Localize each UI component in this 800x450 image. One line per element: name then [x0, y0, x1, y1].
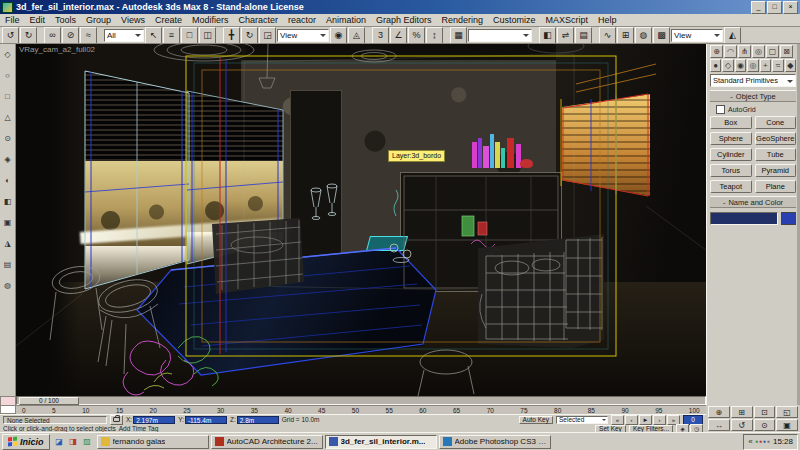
left-toolbar-button-7[interactable]: ◐ [1, 174, 14, 187]
left-toolbar-button-12[interactable]: ◍ [1, 279, 14, 292]
left-toolbar-button-2[interactable]: ○ [1, 69, 14, 82]
tray-icon-2[interactable]: ▪ [759, 438, 762, 446]
quick-render-icon[interactable]: ◭ [724, 27, 741, 44]
hierarchy-tab[interactable]: ⋔ [738, 45, 751, 58]
lock-selection-icon[interactable] [110, 415, 123, 425]
time-slider-handle[interactable]: 0 / 100 [19, 397, 79, 405]
left-toolbar-button-11[interactable]: ▤ [1, 258, 14, 271]
left-toolbar-button-1[interactable]: ◇ [1, 48, 14, 61]
taskbar-item[interactable]: 3d_fer_sil_interior.m... [325, 435, 437, 449]
arc-rotate-icon[interactable]: ↺ [731, 419, 753, 431]
object-type-button[interactable]: Cone [755, 116, 797, 129]
menu-item[interactable]: File [0, 15, 25, 25]
menu-item[interactable]: reactor [283, 15, 321, 25]
maximize-button[interactable]: □ [767, 1, 782, 14]
motion-tab[interactable]: ◎ [752, 45, 765, 58]
utilities-tab[interactable]: ⊠ [780, 45, 793, 58]
toolbar-separator[interactable] [444, 28, 449, 43]
zoom-region-icon[interactable]: ◱ [776, 406, 798, 418]
mini-listener-macro[interactable] [0, 396, 16, 406]
named-selection-sets-icon[interactable]: ▦ [450, 27, 467, 44]
quick-launch-icon-1[interactable]: ◪ [53, 435, 66, 448]
select-and-rotate-icon[interactable]: ↻ [241, 27, 258, 44]
menu-item[interactable]: Group [81, 15, 116, 25]
object-type-button[interactable]: Torus [710, 164, 752, 177]
maximize-viewport-icon[interactable]: ▣ [776, 419, 798, 431]
shelf-decor-objects[interactable] [470, 118, 540, 168]
add-time-tag[interactable]: Add Time Tag [119, 425, 159, 432]
toolbar-separator[interactable] [533, 28, 538, 43]
helpers-category-icon[interactable]: + [760, 59, 771, 72]
geometry-category-icon[interactable]: ● [710, 59, 721, 72]
toolbar-separator[interactable] [38, 28, 43, 43]
menu-item[interactable]: Character [233, 15, 283, 25]
undo-icon[interactable]: ↺ [2, 27, 19, 44]
pan-icon[interactable]: ↔ [708, 419, 730, 431]
left-toolbar-button-5[interactable]: ⊙ [1, 132, 14, 145]
reference-coordinate-combo[interactable]: View [277, 29, 329, 42]
select-by-name-icon[interactable]: ≡ [163, 27, 180, 44]
rollout-name-and-color[interactable]: - Name and Color [710, 196, 796, 208]
key-selection-combo[interactable]: Selected [556, 416, 608, 424]
menu-item[interactable]: Tools [50, 15, 81, 25]
primitive-type-dropdown[interactable]: Standard Primitives [710, 74, 796, 87]
zoom-icon[interactable]: ⊕ [708, 406, 730, 418]
taskbar-item[interactable]: fernando galas [97, 435, 209, 449]
object-color-swatch[interactable] [781, 212, 796, 225]
left-window-near[interactable] [76, 66, 191, 291]
left-toolbar-button-6[interactable]: ◈ [1, 153, 14, 166]
object-type-button[interactable]: GeoSphere [755, 132, 797, 145]
layer-manager-icon[interactable]: ▤ [575, 27, 592, 44]
schematic-view-icon[interactable]: ⊞ [617, 27, 634, 44]
material-editor-icon[interactable]: ◍ [635, 27, 652, 44]
previous-frame-icon[interactable]: ‹ [625, 415, 638, 425]
percent-snap-icon[interactable]: % [408, 27, 425, 44]
tray-icon-3[interactable]: ▪ [763, 438, 766, 446]
object-type-button[interactable]: Plane [755, 180, 797, 193]
create-tab[interactable]: ⊕ [710, 45, 723, 58]
select-object-icon[interactable]: ↖ [145, 27, 162, 44]
z-coordinate-field[interactable]: 2.8m [237, 416, 279, 424]
snap-toggle-icon[interactable]: 3 [372, 27, 389, 44]
lights-category-icon[interactable]: ◉ [735, 59, 746, 72]
shapes-category-icon[interactable]: ◇ [722, 59, 733, 72]
fireplace-unit[interactable] [400, 172, 562, 292]
modify-tab[interactable]: ◠ [724, 45, 737, 58]
render-type-combo[interactable]: View [671, 29, 723, 42]
tray-chevron-icon[interactable]: « [748, 437, 752, 446]
next-frame-icon[interactable]: › [653, 415, 666, 425]
left-toolbar-button-10[interactable]: ◮ [1, 237, 14, 250]
time-slider[interactable]: 0 / 100 [16, 396, 706, 405]
left-toolbar-button-9[interactable]: ▣ [1, 216, 14, 229]
menu-item[interactable]: Rendering [437, 15, 489, 25]
toolbar-separator[interactable] [366, 28, 371, 43]
curve-editor-icon[interactable]: ∿ [599, 27, 616, 44]
play-icon[interactable]: ► [639, 415, 652, 425]
object-type-button[interactable]: Cylinder [710, 148, 752, 161]
left-toolbar-button-4[interactable]: △ [1, 111, 14, 124]
auto-key-button[interactable]: Auto Key [519, 416, 553, 424]
close-button[interactable]: × [783, 1, 798, 14]
mini-listener-script[interactable] [0, 406, 16, 415]
window-crossing-icon[interactable]: ◫ [199, 27, 216, 44]
tray-icon-4[interactable]: ▪ [767, 438, 770, 446]
menu-item[interactable]: Animation [321, 15, 371, 25]
select-and-move-icon[interactable]: ╋ [223, 27, 240, 44]
menu-item[interactable]: Graph Editors [371, 15, 437, 25]
minimize-button[interactable]: _ [751, 1, 766, 14]
menu-item[interactable]: Edit [25, 15, 51, 25]
redo-icon[interactable]: ↻ [20, 27, 37, 44]
systems-category-icon[interactable]: ◆ [785, 59, 796, 72]
rollout-object-type[interactable]: - Object Type [710, 90, 796, 102]
toolbar-separator[interactable] [217, 28, 222, 43]
left-toolbar-button-8[interactable]: ◧ [1, 195, 14, 208]
go-to-start-icon[interactable]: « [611, 415, 624, 425]
quick-launch-icon-3[interactable]: ▨ [81, 435, 94, 448]
zoom-extents-icon[interactable]: ⊡ [754, 406, 776, 418]
menu-item[interactable]: Customize [488, 15, 541, 25]
named-sets-combo[interactable] [468, 29, 532, 42]
toolbar-separator[interactable] [98, 28, 103, 43]
field-of-view-icon[interactable]: ⊙ [754, 419, 776, 431]
use-pivot-center-icon[interactable]: ◉ [330, 27, 347, 44]
select-and-scale-icon[interactable]: ◲ [259, 27, 276, 44]
